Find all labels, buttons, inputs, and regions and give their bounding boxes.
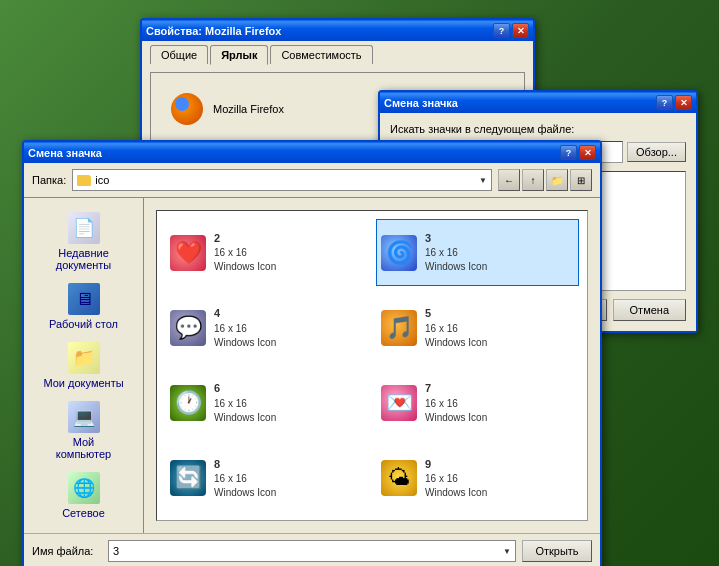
icon-thumb-9: 🌤	[381, 460, 417, 496]
sidebar-recent-label: Недавние документы	[56, 247, 112, 271]
props-title-text: Свойства: Mozilla Firefox	[146, 25, 281, 37]
ci-filename-value: 3	[113, 545, 119, 557]
ci-back-help-button[interactable]: ?	[656, 95, 673, 110]
sidebar-mycomputer-label: Мой компьютер	[56, 436, 111, 460]
ci-main-title-bar: Смена значка ? ✕	[24, 142, 600, 163]
ci-browse-button[interactable]: Обзор...	[627, 142, 686, 162]
sidebar-item-mydocs[interactable]: 📁 Мои документы	[24, 336, 143, 395]
ci-folder-value-row: ico	[77, 174, 109, 186]
ci-folder-label: Папка:	[32, 174, 66, 186]
ci-back-controls: ? ✕	[656, 95, 692, 110]
ci-main-close-button[interactable]: ✕	[579, 145, 596, 160]
nav-up-icon: ↑	[531, 175, 536, 186]
icon-info-8: 816 x 16Windows Icon	[214, 457, 276, 500]
recent-docs-icon: 📄	[68, 212, 100, 244]
ci-icon-grid[interactable]: ❤️216 x 16Windows Icon🌀316 x 16Windows I…	[156, 210, 588, 521]
icon-info-5: 516 x 16Windows Icon	[425, 306, 487, 349]
my-docs-icon: 📁	[68, 342, 100, 374]
ci-filename-row: Имя файла: 3 ▼ Открыть	[32, 540, 592, 562]
sidebar-mydocs-label: Мои документы	[43, 377, 123, 389]
ci-folder-select[interactable]: ico ▼	[72, 169, 492, 191]
ci-nav-back-button[interactable]: ←	[498, 169, 520, 191]
ci-nav-newfolder-button[interactable]: 📁	[546, 169, 568, 191]
icon-thumb-3: 🌀	[381, 235, 417, 271]
ci-back-title-text: Смена значка	[384, 97, 458, 109]
folder-dropdown-arrow: ▼	[479, 176, 487, 185]
icon-info-2: 216 x 16Windows Icon	[214, 231, 276, 274]
sidebar-network-label: Сетевое	[62, 507, 105, 519]
props-close-button[interactable]: ✕	[512, 23, 529, 38]
icon-thumb-8: 🔄	[170, 460, 206, 496]
network-icon: 🌐	[68, 472, 100, 504]
icon-item-3[interactable]: 🌀316 x 16Windows Icon	[376, 219, 579, 286]
icon-thumb-5: 🎵	[381, 310, 417, 346]
ci-toolbar: Папка: ico ▼ ← ↑ 📁 ⊞	[24, 163, 600, 197]
change-icon-main-dialog: Смена значка ? ✕ Папка: ico ▼ ← ↑ 📁	[22, 140, 602, 566]
icon-thumb-4: 💬	[170, 310, 206, 346]
ci-back-cancel-button[interactable]: Отмена	[613, 299, 686, 321]
nav-back-icon: ←	[504, 175, 514, 186]
tab-general[interactable]: Общие	[150, 45, 208, 64]
sidebar-item-network[interactable]: 🌐 Сетевое	[24, 466, 143, 525]
desktop-icon: 🖥	[68, 283, 100, 315]
ci-open-button[interactable]: Открыть	[522, 540, 592, 562]
ci-content-area: 📄 Недавние документы 🖥 Рабочий стол 📁 Мо…	[24, 197, 600, 533]
icon-info-9: 916 x 16Windows Icon	[425, 457, 487, 500]
props-tab-bar: Общие Ярлык Совместимость	[142, 41, 533, 64]
nav-view-icon: ⊞	[577, 175, 585, 186]
ci-nav-view-button[interactable]: ⊞	[570, 169, 592, 191]
props-title-label: Свойства: Mozilla Firefox	[146, 25, 281, 37]
folder-icon	[77, 175, 91, 186]
sidebar-item-desktop[interactable]: 🖥 Рабочий стол	[24, 277, 143, 336]
ci-back-close-button[interactable]: ✕	[675, 95, 692, 110]
sidebar-item-mycomputer[interactable]: 💻 Мой компьютер	[24, 395, 143, 466]
sidebar-item-recent[interactable]: 📄 Недавние документы	[24, 206, 143, 277]
ci-nav-up-button[interactable]: ↑	[522, 169, 544, 191]
tab-shortcut[interactable]: Ярлык	[210, 45, 268, 65]
ci-main-title-label: Смена значка	[28, 147, 102, 159]
icon-item-7[interactable]: 💌716 x 16Windows Icon	[376, 370, 579, 437]
icon-thumb-2: ❤️	[170, 235, 206, 271]
ci-filename-label: Имя файла:	[32, 545, 102, 557]
my-computer-icon: 💻	[68, 401, 100, 433]
ci-folder-value: ico	[95, 174, 109, 186]
props-help-button[interactable]: ?	[493, 23, 510, 38]
icon-info-3: 316 x 16Windows Icon	[425, 231, 487, 274]
app-name-label: Mozilla Firefox	[213, 103, 284, 115]
ci-bottom-area: Имя файла: 3 ▼ Открыть Тип файлов: Файлы…	[24, 533, 600, 566]
nav-newfolder-icon: 📁	[551, 175, 563, 186]
icon-item-8[interactable]: 🔄816 x 16Windows Icon	[165, 445, 368, 512]
icon-item-4[interactable]: 💬416 x 16Windows Icon	[165, 294, 368, 361]
props-title-controls: ? ✕	[493, 23, 529, 38]
icon-item-6[interactable]: 🕐616 x 16Windows Icon	[165, 370, 368, 437]
ci-main-controls: ? ✕	[560, 145, 596, 160]
icon-item-5[interactable]: 🎵516 x 16Windows Icon	[376, 294, 579, 361]
icon-info-6: 616 x 16Windows Icon	[214, 381, 276, 424]
firefox-icon	[171, 93, 203, 125]
icon-info-7: 716 x 16Windows Icon	[425, 381, 487, 424]
properties-title-bar: Свойства: Mozilla Firefox ? ✕	[142, 20, 533, 41]
ci-main-title-text: Смена значка	[28, 147, 102, 159]
ci-back-title-label: Смена значка	[384, 97, 458, 109]
ci-main-help-button[interactable]: ?	[560, 145, 577, 160]
icon-item-2[interactable]: ❤️216 x 16Windows Icon	[165, 219, 368, 286]
ci-filename-input[interactable]: 3 ▼	[108, 540, 516, 562]
filename-dropdown-arrow: ▼	[503, 547, 511, 556]
ci-search-label: Искать значки в следующем файле:	[390, 123, 686, 135]
icon-info-4: 416 x 16Windows Icon	[214, 306, 276, 349]
ci-nav-buttons: ← ↑ 📁 ⊞	[498, 169, 592, 191]
ci-grid-container: ❤️216 x 16Windows Icon🌀316 x 16Windows I…	[144, 198, 600, 533]
ci-back-title-bar: Смена значка ? ✕	[380, 92, 696, 113]
icon-thumb-6: 🕐	[170, 385, 206, 421]
icon-item-9[interactable]: 🌤916 x 16Windows Icon	[376, 445, 579, 512]
ci-sidebar: 📄 Недавние документы 🖥 Рабочий стол 📁 Мо…	[24, 198, 144, 533]
tab-compatibility[interactable]: Совместимость	[270, 45, 372, 64]
sidebar-desktop-label: Рабочий стол	[49, 318, 118, 330]
icon-thumb-7: 💌	[381, 385, 417, 421]
